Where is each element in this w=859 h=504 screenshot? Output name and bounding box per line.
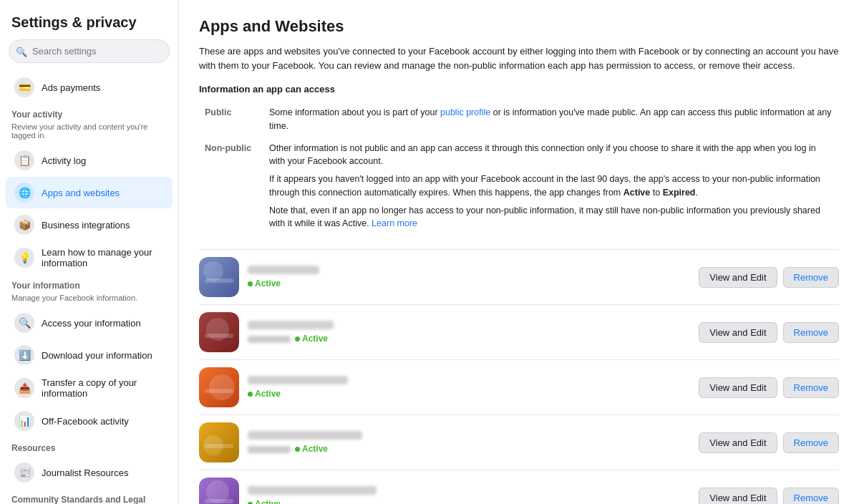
view-edit-button[interactable]: View and Edit [699,322,777,343]
app-list: ActiveView and EditRemoveActiveView and … [199,249,839,504]
status-dot [248,281,253,286]
sidebar-item-label: Business integrations [42,220,130,231]
nonpublic-label: Non-public [199,137,263,236]
section-your-info-sub: Manage your Facebook information. [0,294,178,306]
remove-button[interactable]: Remove [783,432,839,453]
svg-rect-5 [205,334,233,338]
search-input[interactable] [9,39,170,63]
remove-button[interactable]: Remove [783,267,839,288]
activity-log-icon: 📋 [14,150,34,170]
app-row: ActiveView and EditRemove [199,359,839,415]
sidebar-item-apps-websites[interactable]: 🌐 Apps and websites [6,177,173,208]
sidebar-item-off-facebook[interactable]: 📊 Off-Facebook activity [6,405,173,437]
nonpublic-text: Other information is not public and an a… [263,137,839,236]
app-actions: View and EditRemove [699,377,839,398]
page-title: Apps and Websites [199,17,839,36]
status-dot [295,447,300,452]
sidebar: Settings & privacy 🔍 💳 Ads payments Your… [0,0,179,504]
search-box: 🔍 [9,39,170,63]
access-icon: 🔍 [14,313,34,333]
app-name [248,321,334,329]
ads-payments-icon: 💳 [14,77,34,97]
app-name [248,486,377,495]
sidebar-item-transfer-copy[interactable]: 📤 Transfer a copy of your information [6,372,173,404]
content-area: Apps and Websites These are apps and web… [179,0,859,504]
search-icon: 🔍 [16,46,27,57]
remove-button[interactable]: Remove [783,488,839,505]
status-text: Active [255,278,281,289]
app-icon [199,367,239,407]
app-info: Active [248,376,690,399]
sidebar-item-label: Activity log [42,155,86,166]
learn-more-link[interactable]: Learn more [372,218,417,228]
sidebar-item-label: Ads payments [42,82,100,93]
svg-rect-2 [205,278,233,283]
status-text: Active [255,499,281,504]
app-status: Active [248,444,690,454]
section-your-activity: Your activity [0,104,178,122]
app-name [248,266,319,274]
sidebar-item-ads-payments[interactable]: 💳 Ads payments [6,72,173,103]
sidebar-item-learn-manage[interactable]: 💡 Learn how to manage your information [6,241,173,274]
public-text: Some information about you is part of yo… [263,102,839,137]
section-your-activity-sub: Review your activity and content you're … [0,122,178,144]
svg-point-7 [209,374,235,400]
download-icon: ⬇️ [14,345,34,365]
app-icon [199,478,239,504]
status-dot [295,336,300,341]
info-row-public: Public Some information about you is par… [199,102,839,137]
app-status: Active [248,278,690,289]
app-actions: View and EditRemove [699,322,839,343]
view-edit-button[interactable]: View and Edit [699,377,777,398]
business-icon: 📦 [14,215,34,235]
sidebar-item-label: Apps and websites [42,188,120,198]
sidebar-item-label: Download your information [42,350,152,361]
app-info: Active [248,431,690,454]
status-dot [248,392,253,397]
section-resources: Resources [0,437,178,456]
sidebar-item-activity-log[interactable]: 📋 Activity log [6,145,173,176]
sidebar-item-download-info[interactable]: ⬇️ Download your information [6,339,173,371]
info-section-title: Information an app can access [199,84,839,94]
sidebar-item-label: Journalist Resources [42,467,128,478]
sidebar-item-access-info[interactable]: 🔍 Access your information [6,307,173,339]
app-row: ActiveView and EditRemove [199,415,839,470]
app-icon [199,257,239,297]
app-status: Active [248,389,690,399]
public-label: Public [199,102,263,137]
app-row: ActiveView and EditRemove [199,249,839,304]
sidebar-item-business-integrations[interactable]: 📦 Business integrations [6,209,173,241]
app-row: ActiveView and EditRemove [199,470,839,504]
app-status: Active [248,499,690,504]
status-text: Active [302,334,328,344]
view-edit-button[interactable]: View and Edit [699,267,777,288]
app-info: Active [248,486,690,504]
page-description: These are apps and websites you've conne… [199,44,839,72]
sidebar-item-label: Off-Facebook activity [42,416,129,427]
app-name [248,431,362,440]
view-edit-button[interactable]: View and Edit [699,432,777,453]
sidebar-item-journalist[interactable]: 📰 Journalist Resources [6,457,173,488]
app-row: ActiveView and EditRemove [199,304,839,359]
public-profile-link[interactable]: public profile [440,107,490,117]
app-actions: View and EditRemove [699,267,839,288]
view-edit-button[interactable]: View and Edit [699,488,777,505]
sidebar-item-label: Learn how to manage your information [42,247,164,268]
journalist-icon: 📰 [14,462,34,483]
info-table: Public Some information about you is par… [199,102,839,235]
status-text: Active [302,444,328,454]
remove-button[interactable]: Remove [783,377,839,398]
sidebar-title: Settings & privacy [0,9,178,39]
section-your-info: Your information [0,275,178,294]
sidebar-item-label: Transfer a copy of your information [42,377,164,399]
sidebar-item-label: Access your information [42,318,141,329]
svg-point-1 [203,261,223,281]
info-row-nonpublic: Non-public Other information is not publ… [199,137,839,236]
app-status: Active [248,334,690,344]
app-info: Active [248,266,690,289]
learn-icon: 💡 [14,248,34,268]
remove-button[interactable]: Remove [783,322,839,343]
app-icon [199,312,239,352]
svg-rect-8 [205,389,233,393]
transfer-icon: 📤 [14,378,34,398]
